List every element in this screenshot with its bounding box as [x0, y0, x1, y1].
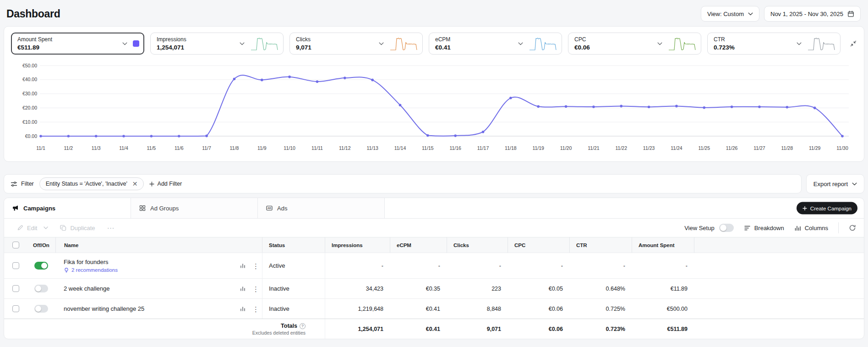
table-toolbar: Edit Duplicate ⋯ View Setup — [4, 219, 864, 237]
svg-text:11/18: 11/18 — [505, 145, 517, 151]
toolbar-divider — [838, 222, 839, 233]
metric-label: eCPM — [435, 36, 451, 43]
metric-sparkline — [389, 36, 418, 51]
row-toggle-cell — [27, 262, 55, 270]
tab-ad-groups[interactable]: Ad Groups — [131, 198, 258, 218]
metric-card-impressions[interactable]: Impressions1,254,071 — [150, 33, 284, 55]
metric-value: €0.06 — [574, 44, 590, 51]
row-chart-icon[interactable] — [240, 306, 246, 312]
metric-info: eCPM€0.41 — [435, 36, 451, 51]
filter-chip[interactable]: Entity Status = 'Active', 'Inactive' ✕ — [39, 177, 144, 190]
metric-card-ecpm[interactable]: eCPM€0.41 — [429, 33, 562, 55]
create-campaign-label: Create Campaign — [810, 205, 852, 211]
campaign-name-cell: Fika for founders2 recommendations⋮ — [55, 253, 262, 278]
table-header-row: Off/OnNameStatusImpressionseCPMClicksCPC… — [4, 237, 864, 253]
bulk-actions: Edit Duplicate ⋯ — [17, 224, 115, 232]
more-actions-button[interactable]: ⋯ — [107, 224, 115, 232]
edit-button[interactable]: Edit — [17, 225, 37, 231]
duplicate-label: Duplicate — [70, 225, 95, 231]
svg-text:11/9: 11/9 — [257, 145, 267, 151]
row-chart-icon[interactable] — [240, 263, 246, 269]
svg-text:11/14: 11/14 — [394, 145, 406, 151]
spend-line-chart: €0.00€10.00€20.00€30.00€40.00€50.0011/11… — [9, 59, 852, 157]
kebab-menu-icon[interactable]: ⋮ — [252, 285, 259, 292]
svg-text:11/11: 11/11 — [311, 145, 323, 151]
export-report-button[interactable]: Export report — [806, 174, 864, 193]
chevron-down-icon — [518, 42, 523, 45]
ads-icon: AD — [266, 205, 273, 211]
svg-text:11/3: 11/3 — [92, 145, 101, 151]
row-checkbox[interactable] — [12, 262, 19, 269]
metric-info: Impressions1,254,071 — [157, 36, 186, 51]
svg-text:AD: AD — [267, 207, 271, 209]
campaign-toggle[interactable] — [34, 305, 48, 313]
cell-impressions: 34,423 — [325, 279, 390, 298]
filter-bar: Filter Entity Status = 'Active', 'Inacti… — [4, 174, 802, 193]
svg-text:11/23: 11/23 — [643, 145, 655, 151]
create-campaign-button[interactable]: Create Campaign — [797, 202, 857, 215]
export-report-label: Export report — [813, 181, 848, 187]
select-all-checkbox[interactable] — [12, 242, 19, 248]
date-range-picker[interactable]: Nov 1, 2025 - Nov 30, 2025 — [764, 6, 861, 22]
view-setup-toggle[interactable] — [719, 224, 734, 232]
metric-label: Impressions — [157, 36, 186, 43]
cell-clicks: 223 — [447, 286, 508, 292]
cell-amount_spent: €11.89 — [632, 286, 694, 292]
metric-value: 1,254,071 — [157, 44, 186, 51]
metric-label: CTR — [714, 36, 735, 43]
add-filter-button[interactable]: Add Filter — [149, 181, 182, 187]
kebab-menu-icon[interactable]: ⋮ — [252, 262, 259, 269]
remove-filter-icon[interactable]: ✕ — [131, 181, 139, 187]
duplicate-button[interactable]: Duplicate — [60, 225, 95, 231]
breakdown-button[interactable]: Breakdown — [744, 225, 784, 231]
columns-label: Columns — [805, 225, 828, 231]
chevron-down-icon — [44, 226, 48, 229]
columns-button[interactable]: Columns — [794, 225, 828, 231]
metric-info: Amount Spent€511.89 — [17, 36, 52, 51]
column-header-impressions: Impressions — [325, 237, 390, 253]
edit-dropdown-chevron[interactable] — [44, 226, 48, 229]
tab-campaigns[interactable]: Campaigns — [4, 198, 131, 218]
refresh-button[interactable] — [849, 224, 856, 231]
metric-info: CTR0.723% — [714, 36, 735, 51]
row-chart-icon[interactable] — [240, 286, 246, 292]
metric-value: 0.723% — [714, 44, 735, 51]
spend-chart-container: €0.00€10.00€20.00€30.00€40.00€50.0011/11… — [4, 56, 864, 161]
columns-icon — [794, 225, 801, 231]
status-cell: Inactive — [262, 279, 325, 298]
collapse-icon — [850, 40, 857, 47]
metric-value: €511.89 — [17, 44, 52, 51]
cell-amount_spent: - — [632, 263, 694, 269]
campaigns-table: Off/OnNameStatusImpressionseCPMClicksCPC… — [4, 237, 864, 339]
svg-text:11/19: 11/19 — [532, 145, 544, 151]
cell-impressions: - — [325, 253, 390, 278]
recommendations-link[interactable]: 2 recommendations — [64, 267, 262, 273]
cell-ecpm: - — [390, 263, 447, 269]
filter-button[interactable]: Filter — [11, 181, 34, 187]
metric-card-cpc[interactable]: CPC€0.06 — [568, 33, 701, 55]
cell-ctr: 0.648% — [569, 286, 632, 292]
performance-panel: Amount Spent€511.89Impressions1,254,071C… — [4, 26, 864, 162]
totals-title: Totals? — [281, 323, 306, 329]
metric-sparkline — [668, 36, 696, 51]
help-icon[interactable]: ? — [300, 323, 306, 329]
svg-text:11/12: 11/12 — [339, 145, 351, 151]
row-checkbox-cell — [4, 262, 27, 269]
view-setup-control: View Setup — [684, 224, 734, 232]
metric-card-clicks[interactable]: Clicks9,071 — [289, 33, 423, 55]
row-checkbox[interactable] — [12, 305, 19, 312]
campaign-toggle[interactable] — [34, 285, 48, 292]
cell-clicks: 8,848 — [447, 306, 508, 312]
view-selector[interactable]: View: Custom — [701, 6, 759, 22]
campaign-name-cell: november writing challenge 25⋮ — [55, 299, 262, 319]
totals-ecpm: €0.41 — [390, 326, 447, 332]
metric-card-amount-spent[interactable]: Amount Spent€511.89 — [11, 33, 144, 55]
row-checkbox[interactable] — [12, 285, 19, 292]
svg-text:11/29: 11/29 — [809, 145, 821, 151]
kebab-menu-icon[interactable]: ⋮ — [252, 305, 259, 312]
metric-card-ctr[interactable]: CTR0.723% — [707, 33, 841, 55]
tab-ads[interactable]: ADAds — [258, 198, 385, 218]
collapse-chart-button[interactable] — [846, 33, 860, 55]
svg-text:€0.00: €0.00 — [25, 133, 37, 139]
campaign-toggle[interactable] — [34, 262, 48, 270]
